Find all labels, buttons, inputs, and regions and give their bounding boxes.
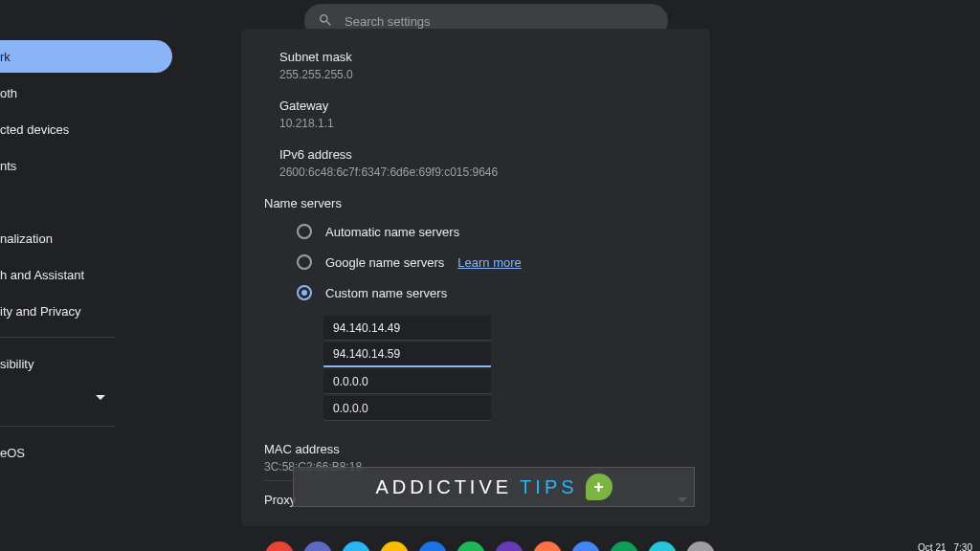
radio-automatic-name-servers[interactable]: Automatic name servers	[297, 224, 687, 239]
settings-sidebar: rk oth cted devices nts nalization h and…	[0, 36, 172, 473]
sidebar-divider	[0, 337, 115, 338]
field-label: MAC address	[264, 442, 687, 456]
sidebar-item-label: nalization	[0, 231, 53, 246]
search-icon	[318, 12, 333, 31]
radio-google-name-servers[interactable]: Google name servers Learn more	[297, 254, 687, 270]
sidebar-item-personalization[interactable]: nalization	[0, 222, 172, 254]
sidebar-item-accounts[interactable]: nts	[0, 149, 172, 182]
network-settings-panel: Subnet mask 255.255.255.0 Gateway 10.218…	[241, 29, 710, 526]
dns-input-4[interactable]	[323, 396, 491, 421]
sidebar-item-label: sibility	[0, 357, 33, 371]
watermark-overlay: ADDICTIVETIPS +	[293, 467, 695, 507]
radio-label: Google name servers	[325, 255, 444, 270]
watermark-text-1: ADDICTIVE	[375, 476, 512, 498]
radio-label: Custom name servers	[325, 286, 447, 300]
shelf-app-icon[interactable]	[380, 541, 409, 551]
shelf-app-icon[interactable]	[686, 541, 715, 551]
search-input[interactable]	[345, 14, 655, 29]
shelf-app-icon[interactable]	[265, 541, 294, 551]
radio-icon	[297, 285, 312, 300]
status-tray[interactable]: Oct 21 7:30	[918, 542, 972, 551]
radio-icon	[297, 254, 312, 270]
name-servers-heading: Name servers	[264, 196, 687, 210]
radio-icon	[297, 224, 312, 239]
sidebar-item-advanced[interactable]	[0, 384, 172, 416]
custom-dns-inputs	[323, 316, 491, 423]
sidebar-item-label: nts	[0, 159, 16, 173]
sidebar-item-label: rk	[0, 50, 11, 64]
dns-input-1[interactable]	[323, 316, 491, 341]
shelf-app-icon[interactable]	[610, 541, 638, 551]
sidebar-item-accessibility[interactable]: sibility	[0, 347, 172, 380]
sidebar-item-label: oth	[0, 86, 17, 100]
sidebar-item-search-assistant[interactable]: h and Assistant	[0, 258, 172, 291]
dns-input-3[interactable]	[323, 369, 491, 394]
proxy-label: Proxy	[264, 493, 296, 507]
plus-badge-icon: +	[586, 474, 612, 500]
shelf-app-icon[interactable]	[571, 541, 600, 551]
gateway-field: Gateway 10.218.1.1	[264, 99, 687, 130]
status-date: Oct 21	[918, 542, 946, 551]
ipv6-field: IPv6 address 2600:6c48:6c7f:6347:6d6e:69…	[264, 147, 687, 179]
sidebar-item-network[interactable]: rk	[0, 40, 172, 73]
sidebar-item-connected-devices[interactable]: cted devices	[0, 113, 172, 145]
radio-custom-name-servers[interactable]: Custom name servers	[297, 285, 687, 300]
shelf-app-icon[interactable]	[342, 541, 370, 551]
field-value: 10.218.1.1	[279, 117, 687, 130]
dns-input-2[interactable]	[323, 342, 491, 367]
shelf-app-icon[interactable]	[303, 541, 332, 551]
sidebar-item-about-chromeos[interactable]: eOS	[0, 436, 172, 469]
sidebar-item-label: h and Assistant	[0, 268, 84, 282]
shelf-app-icon[interactable]	[457, 541, 485, 551]
sidebar-item-label: cted devices	[0, 122, 69, 137]
field-label: Subnet mask	[279, 50, 687, 64]
sidebar-item-security-privacy[interactable]: ity and Privacy	[0, 295, 172, 327]
shelf-app-icon[interactable]	[648, 541, 677, 551]
status-time: 7:30	[954, 542, 972, 551]
sidebar-item-label: ity and Privacy	[0, 304, 81, 319]
sidebar-item-label: eOS	[0, 446, 25, 460]
sidebar-item-device[interactable]	[0, 186, 172, 218]
field-label: IPv6 address	[279, 147, 687, 162]
field-label: Gateway	[279, 99, 687, 113]
shelf-app-icon[interactable]	[533, 541, 562, 551]
chromeos-shelf	[0, 540, 980, 551]
learn-more-link[interactable]: Learn more	[457, 255, 521, 270]
subnet-mask-field: Subnet mask 255.255.255.0	[264, 50, 687, 81]
radio-label: Automatic name servers	[325, 225, 459, 239]
chevron-down-icon	[96, 395, 105, 400]
shelf-app-icon[interactable]	[418, 541, 447, 551]
sidebar-item-bluetooth[interactable]: oth	[0, 77, 172, 109]
field-value: 255.255.255.0	[279, 68, 687, 81]
watermark-text-2: TIPS	[520, 476, 577, 498]
field-value: 2600:6c48:6c7f:6347:6d6e:69f9:c015:9646	[279, 165, 687, 179]
sidebar-divider	[0, 426, 115, 427]
shelf-app-icon[interactable]	[495, 541, 523, 551]
